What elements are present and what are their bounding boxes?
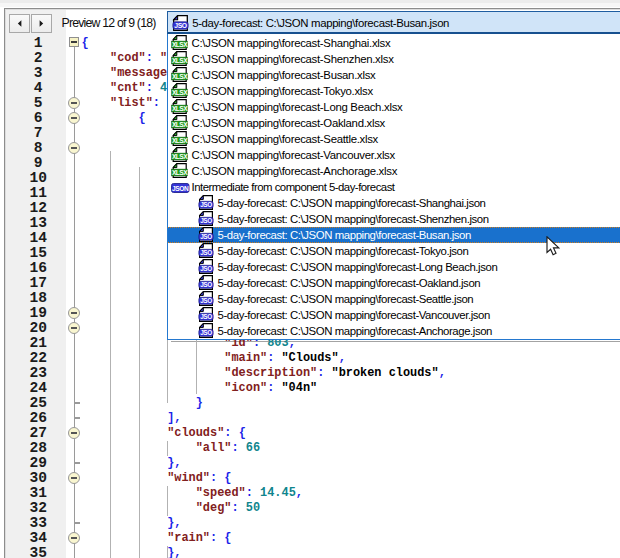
svg-text:XLSX: XLSX [172,153,188,160]
svg-text:JSO: JSO [200,265,212,272]
svg-text:XLSX: XLSX [172,89,188,96]
svg-text:JSO: JSO [200,329,212,336]
svg-text:JSO: JSO [200,313,212,320]
svg-text:XLSX: XLSX [172,121,188,128]
svg-text:XLSX: XLSX [172,137,188,144]
svg-text:XLSX: XLSX [172,73,188,80]
svg-text:JSO: JSO [175,22,187,29]
svg-text:JSO: JSO [200,217,212,224]
svg-text:JSON: JSON [172,184,189,191]
svg-text:JSO: JSO [200,201,212,208]
svg-text:JSO: JSO [200,249,212,256]
svg-text:XLSX: XLSX [172,169,188,176]
svg-text:XLSX: XLSX [172,41,188,48]
svg-text:JSO: JSO [200,281,212,288]
svg-text:XLSX: XLSX [172,105,188,112]
svg-text:XLSX: XLSX [172,57,188,64]
svg-text:JSO: JSO [200,233,212,240]
svg-text:JSO: JSO [200,297,212,304]
